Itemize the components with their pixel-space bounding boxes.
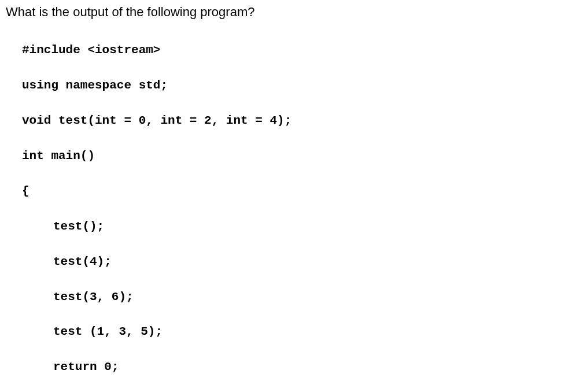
code-line-return: return 0; xyxy=(22,358,570,376)
code-line-open-brace: { xyxy=(22,183,570,200)
code-line-main: int main() xyxy=(22,147,570,165)
code-line-using: using namespace std; xyxy=(22,77,570,94)
code-line-call4: test (1, 3, 5); xyxy=(22,323,570,341)
code-line-prototype: void test(int = 0, int = 2, int = 4); xyxy=(22,112,570,130)
code-line-call3: test(3, 6); xyxy=(22,289,570,306)
code-line-call2: test(4); xyxy=(22,253,570,271)
code-block: #include <iostream> using namespace std;… xyxy=(6,24,570,392)
question-text: What is the output of the following prog… xyxy=(6,5,570,20)
code-line-call1: test(); xyxy=(22,218,570,235)
code-line-include: #include <iostream> xyxy=(22,42,570,59)
